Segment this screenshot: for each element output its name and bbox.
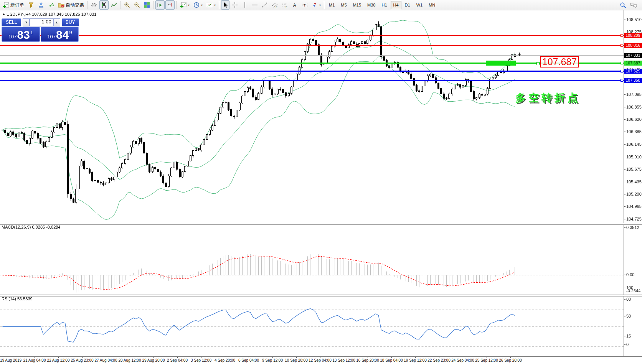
macd-pane-canvas[interactable] <box>0 224 624 295</box>
horizontal-line-button[interactable] <box>250 0 259 10</box>
macd-pane-separator[interactable] <box>0 223 642 225</box>
timeframe-button-m15[interactable]: M15 <box>350 1 364 9</box>
fibonacci-button[interactable]: F <box>280 0 289 10</box>
time-tick <box>368 357 368 358</box>
symbol-ohlc-readout: ▲ USDJPY-,H4 107.829 107.843 107.825 107… <box>2 12 96 16</box>
timeframe-button-m5[interactable]: M5 <box>338 1 349 9</box>
green-line-anchor[interactable] <box>536 62 540 65</box>
arrows-button[interactable]: ▾ <box>310 0 322 10</box>
tile-icon <box>144 2 150 8</box>
zoom-out-button[interactable] <box>132 0 142 10</box>
cursor-button[interactable] <box>221 0 229 10</box>
signal-icon <box>48 2 54 8</box>
search-icon <box>620 2 626 8</box>
resistance-line-1-marker[interactable] <box>621 34 623 37</box>
textA-icon: A <box>292 2 298 8</box>
buy-price-pip: 9 <box>69 30 72 35</box>
indicators-icon <box>180 2 186 8</box>
timeframe-button-mn[interactable]: MN <box>426 1 438 9</box>
signal-button[interactable] <box>46 0 56 10</box>
support-line-2[interactable] <box>0 80 624 81</box>
time-tick <box>225 357 225 358</box>
sell-button[interactable]: SELL <box>2 18 21 26</box>
vertical-line-button[interactable] <box>240 0 249 10</box>
chart-window[interactable]: ▲ USDJPY-,H4 107.829 107.843 107.825 107… <box>0 10 642 364</box>
ohlc-values: 107.829 107.843 107.825 107.831 <box>32 12 96 16</box>
chart-shift-button[interactable] <box>165 0 175 10</box>
indicators-button[interactable]: ▾ <box>178 0 191 10</box>
resistance-line-2-price-label: 108.016 <box>624 43 642 48</box>
collapse-arrow-icon[interactable]: ▲ <box>2 12 5 16</box>
buy-button[interactable]: BUY <box>62 18 79 26</box>
autotrade-button[interactable]: 自动交易 <box>56 0 86 10</box>
current-price-line[interactable] <box>0 55 624 56</box>
price-chart-canvas[interactable] <box>0 10 624 223</box>
timeframe-button-d1[interactable]: D1 <box>402 1 413 9</box>
line-chart-button[interactable] <box>109 0 119 10</box>
buy-price-big: 84 <box>56 29 69 41</box>
rsi-pane-separator[interactable] <box>0 295 642 296</box>
price-tick-label: 108.510 <box>626 17 642 22</box>
candles-icon <box>101 2 107 8</box>
resistance-line-2-marker[interactable] <box>621 44 623 47</box>
tile-windows-button[interactable] <box>142 0 152 10</box>
trendline-button[interactable] <box>260 0 269 10</box>
toolbar-separator <box>324 1 325 9</box>
rsi-pane-canvas[interactable] <box>0 296 624 356</box>
price-tick-label: 105.435 <box>626 180 642 184</box>
macd-caption: MACD(12,26,9) 0.0285 -0.0284 <box>2 225 60 229</box>
timeframe-button-w1[interactable]: W1 <box>414 1 426 9</box>
time-axis-label: 9 Sep 12:00 <box>262 358 283 362</box>
volume-up-button[interactable]: ▲ <box>53 18 60 26</box>
timeframe-button-h4[interactable]: H4 <box>391 1 401 9</box>
zoom-in-button[interactable] <box>122 0 132 10</box>
text-label-button[interactable]: T <box>300 0 309 10</box>
time-tick <box>272 357 273 358</box>
toolbar-separator <box>153 1 154 9</box>
resistance-line-1[interactable] <box>0 35 624 36</box>
time-tick <box>510 357 511 358</box>
time-tick <box>439 357 439 358</box>
bar-chart-button[interactable] <box>89 0 99 10</box>
price-tick-label: 105.200 <box>626 192 642 196</box>
candlestick-chart-button[interactable] <box>99 0 109 10</box>
volume-input[interactable]: 1.00 <box>30 18 53 26</box>
chat-button[interactable] <box>629 0 639 10</box>
time-axis-label: 4 Sep 20:00 <box>215 358 235 362</box>
time-axis[interactable]: 19 Aug 201921 Aug 04:0022 Aug 12:0025 Au… <box>0 356 642 364</box>
time-tick <box>82 357 83 358</box>
support-line-1-marker[interactable] <box>621 70 623 72</box>
volume-down-button[interactable]: ▼ <box>23 18 30 26</box>
periods-button[interactable]: ▾ <box>192 0 204 10</box>
new-order-icon <box>3 2 9 8</box>
search-button[interactable] <box>618 0 628 10</box>
profile-button[interactable] <box>36 0 46 10</box>
auto-scroll-button[interactable] <box>155 0 165 10</box>
cursor-icon <box>223 2 228 8</box>
sell-price-display[interactable]: 107 83 1 <box>2 27 40 42</box>
rsi-tick-label: 0 <box>626 342 629 347</box>
timeframe-button-h1[interactable]: H1 <box>379 1 389 9</box>
new-order-button-label: 新订单 <box>10 2 24 8</box>
templates-button[interactable]: ▾ <box>205 0 217 10</box>
funnel-button[interactable] <box>26 0 36 10</box>
support-line-2-marker[interactable] <box>621 79 623 82</box>
support-line-1[interactable] <box>0 71 624 72</box>
price-tick-label: 107.095 <box>626 92 642 97</box>
time-axis-label: 6 Sep 04:00 <box>238 358 259 362</box>
buy-price-display[interactable]: 107 84 9 <box>41 27 79 42</box>
pivot-price-callout[interactable]: 107.687 <box>540 56 579 68</box>
pivot-line-marker[interactable] <box>621 62 623 64</box>
time-axis-label: 2 Sep 04:00 <box>167 358 188 362</box>
resistance-line-2[interactable] <box>0 45 624 46</box>
new-order-button[interactable]: 新订单 <box>1 0 26 10</box>
equidistant-channel-button[interactable]: E <box>270 0 279 10</box>
text-button[interactable]: A <box>290 0 299 10</box>
crosshair-button[interactable] <box>230 0 239 10</box>
timeframe-button-m30[interactable]: M30 <box>365 1 378 9</box>
pivot-highlight-band[interactable] <box>486 61 516 66</box>
timeframe-button-m1[interactable]: M1 <box>326 1 337 9</box>
turning-point-annotation[interactable]: 多空转折点 <box>515 91 581 105</box>
pivot-line[interactable] <box>0 63 624 64</box>
toolbar-separator <box>219 1 220 9</box>
